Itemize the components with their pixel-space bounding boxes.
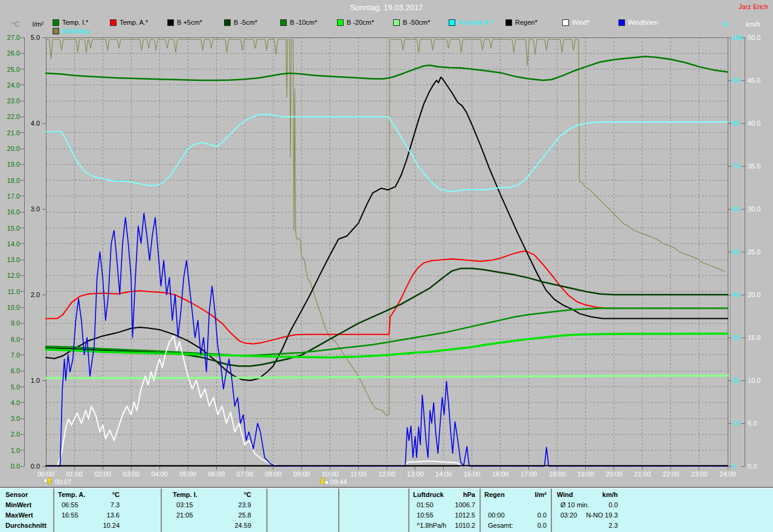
stat-value: 0.0: [480, 511, 547, 519]
stats-table: SensorMinWertMaxWertDurchschnittTemp. A.…: [0, 487, 773, 532]
y-axis-unit-pct: %: [722, 21, 728, 28]
row-label-maxwert: MaxWert: [5, 511, 33, 519]
y-tick-pct: 20: [732, 377, 739, 384]
y-tick-lm2: 3.0: [31, 205, 40, 213]
y-tick-kmh: 10.0: [748, 377, 760, 384]
x-tick-hour: 12:00: [379, 470, 396, 478]
stat-value: N-NO 19.3: [551, 511, 618, 519]
x-tick-hour: 00:00: [37, 470, 54, 478]
x-tick-hour: 11:00: [350, 470, 367, 478]
y-tick-degC: 8.0: [11, 336, 20, 343]
series-empfang: [46, 40, 725, 415]
y-tick-pct: 0: [732, 463, 736, 470]
marker-time-label: 09:44: [330, 478, 347, 486]
x-tick-hour: 10:00: [322, 470, 339, 478]
y-tick-degC: 23.0: [7, 97, 20, 104]
y-tick-pct: 50: [732, 248, 739, 255]
y-tick-pct: 70: [732, 162, 739, 170]
y-tick-kmh: 25.0: [748, 248, 760, 255]
row-label-durchschnitt: Durchschnitt: [5, 522, 47, 530]
y-tick-degC: 14.0: [7, 240, 20, 248]
y-tick-pct: 100: [732, 34, 743, 41]
group-header-unit: °C: [161, 491, 251, 499]
y-tick-degC: 13.0: [7, 256, 20, 263]
y-tick-degC: 25.0: [7, 66, 20, 73]
x-tick-hour: 17:00: [521, 470, 537, 478]
y-tick-kmh: 50.0: [748, 34, 760, 41]
stat-value: 24.59: [161, 522, 251, 530]
x-tick-hour: 08:00: [265, 470, 282, 478]
y-tick-pct: 60: [732, 205, 739, 213]
y-tick-degC: 22.0: [7, 113, 20, 120]
x-tick-hour: 09:00: [293, 470, 310, 478]
x-tick-hour: 01:00: [66, 470, 83, 478]
y-tick-kmh: 15.0: [748, 334, 760, 341]
x-tick-hour: 15:00: [464, 470, 481, 478]
stat-value: 10.24: [53, 522, 120, 530]
y-tick-degC: 16.0: [7, 208, 20, 216]
y-tick-pct: 80: [732, 120, 739, 127]
y-axis-unit-lm2: l/m²: [33, 21, 44, 28]
set-arrow-icon: [319, 478, 325, 485]
y-tick-degC: 6.0: [11, 367, 20, 374]
y-tick-degC: 21.0: [7, 129, 20, 136]
y-tick-degC: 7.0: [11, 351, 20, 359]
y-tick-degC: 26.0: [7, 50, 20, 57]
stat-value: 0.0: [551, 501, 618, 509]
rise-arrow-icon: [47, 477, 52, 484]
x-tick-hour: 24:00: [719, 470, 736, 478]
y-tick-kmh: 40.0: [748, 120, 760, 127]
marker-up-0007: [43, 477, 52, 484]
weather-app-screen: Sonntag, 19.03.2017 Jarz Erich Temp. I.*…: [0, 0, 773, 532]
y-tick-kmh: 5.0: [748, 420, 757, 427]
y-tick-degC: 18.0: [7, 177, 20, 184]
stat-value: 0.0: [480, 522, 547, 530]
y-tick-degC: 4.0: [11, 399, 20, 406]
x-tick-hour: 05:00: [179, 470, 196, 478]
y-tick-degC: 1.0: [11, 447, 20, 454]
y-tick-lm2: 5.0: [31, 34, 40, 41]
stat-value: 1012.5: [408, 511, 475, 519]
row-label-minwert: MinWert: [5, 501, 31, 509]
y-tick-degC: 20.0: [7, 145, 20, 152]
y-tick-lm2: 0.0: [31, 463, 40, 470]
y-tick-degC: 17.0: [7, 193, 20, 200]
x-tick-hour: 13:00: [407, 470, 424, 478]
y-tick-pct: 10: [732, 420, 739, 427]
group-header-unit: l/m²: [480, 491, 547, 499]
group-header-unit: °C: [53, 491, 120, 499]
x-tick-hour: 16:00: [492, 470, 509, 478]
y-tick-degC: 5.0: [11, 383, 20, 391]
weather-chart: °Cl/m²%km/h0.01.02.03.04.05.06.07.08.09.…: [0, 0, 773, 487]
x-tick-hour: 20:00: [606, 470, 623, 478]
x-tick-hour: 03:00: [123, 470, 140, 478]
y-tick-lm2: 2.0: [31, 291, 40, 298]
y-tick-kmh: 30.0: [748, 205, 760, 213]
x-tick-hour: 23:00: [691, 470, 708, 478]
y-tick-degC: 2.0: [11, 431, 20, 438]
marker-time-label: 00:07: [55, 478, 72, 486]
stat-value: 13.6: [53, 511, 120, 519]
row-label-sensor: Sensor: [5, 491, 28, 499]
y-tick-kmh: 20.0: [748, 291, 760, 298]
stat-value: 23.9: [161, 501, 251, 509]
x-tick-hour: 04:00: [151, 470, 168, 478]
y-tick-degC: 3.0: [11, 415, 20, 422]
y-tick-degC: 15.0: [7, 225, 20, 232]
y-axis-unit-kmh: km/h: [746, 21, 760, 28]
y-tick-degC: 24.0: [7, 82, 20, 89]
y-tick-lm2: 4.0: [31, 120, 40, 127]
series-b-50cm: [46, 376, 728, 378]
y-tick-degC: 11.0: [7, 288, 20, 295]
stat-value: 1010.2: [408, 522, 475, 530]
y-tick-degC: 27.0: [7, 34, 20, 41]
stat-value: 25.8: [161, 511, 251, 519]
y-tick-degC: 12.0: [7, 272, 20, 279]
x-tick-hour: 18:00: [549, 470, 566, 478]
y-tick-pct: 40: [732, 291, 739, 298]
y-tick-kmh: 45.0: [748, 77, 760, 84]
x-tick-hour: 14:00: [435, 470, 452, 478]
x-tick-hour: 22:00: [662, 470, 679, 478]
y-tick-kmh: 35.0: [748, 162, 760, 170]
y-tick-degC: 19.0: [7, 161, 20, 168]
